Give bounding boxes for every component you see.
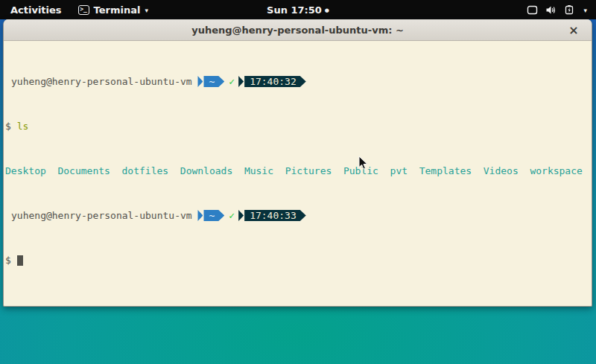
prompt-line: yuheng@henry-personal-ubuntu-vm ~✓17:40:… (5, 76, 590, 87)
command-line: $ ls (5, 121, 590, 132)
clock-button[interactable]: Sun 17:50 ● (267, 4, 329, 16)
prompt-time-segment: 17:40:33 (244, 210, 306, 221)
chevron-down-icon: ▾ (583, 7, 587, 14)
input-line[interactable]: $ (5, 255, 590, 266)
prompt-path-segment: ~ (203, 76, 224, 87)
top-bar: Activities >_ Terminal ▾ Sun 17:50 ● (0, 0, 596, 19)
screen-icon (527, 5, 538, 15)
prompt-user-host: yuheng@henry-personal-ubuntu-vm (11, 210, 192, 221)
chevron-down-icon: ▾ (145, 7, 148, 14)
powerline-arrow-icon (238, 76, 244, 87)
terminal-content[interactable]: yuheng@henry-personal-ubuntu-vm ~✓17:40:… (4, 41, 592, 306)
activities-label: Activities (10, 4, 62, 16)
ls-output: Desktop Documents dotfiles Downloads Mus… (5, 165, 590, 176)
activities-button[interactable]: Activities (7, 0, 65, 19)
window-titlebar[interactable]: yuheng@henry-personal-ubuntu-vm: ~ × (4, 19, 592, 41)
terminal-cursor (17, 255, 23, 266)
terminal-window: yuheng@henry-personal-ubuntu-vm: ~ × yuh… (3, 19, 592, 307)
prompt-user-host: yuheng@henry-personal-ubuntu-vm (11, 76, 192, 87)
check-icon: ✓ (224, 210, 238, 221)
volume-icon (545, 5, 557, 15)
terminal-icon: >_ (78, 5, 89, 15)
app-menu-label: Terminal (94, 4, 141, 16)
powerline-arrow-icon (197, 210, 203, 221)
powerline-arrow-icon (197, 76, 203, 87)
window-title: yuheng@henry-personal-ubuntu-vm: ~ (4, 25, 592, 36)
command-text: ls (17, 121, 29, 132)
close-button[interactable]: × (565, 19, 583, 41)
battery-charging-icon (564, 5, 576, 15)
prompt-symbol: $ (5, 255, 17, 266)
app-menu-terminal[interactable]: >_ Terminal ▾ (75, 0, 151, 19)
prompt-time-segment: 17:40:32 (244, 76, 306, 87)
powerline-arrow-icon (238, 210, 244, 221)
clock-label: Sun 17:50 (267, 4, 322, 16)
check-icon: ✓ (224, 76, 238, 87)
prompt-path-segment: ~ (203, 210, 224, 221)
prompt-line: yuheng@henry-personal-ubuntu-vm ~✓17:40:… (5, 210, 590, 221)
system-tray[interactable]: ▾ (527, 5, 596, 15)
prompt-symbol: $ (5, 121, 17, 132)
notification-dot-icon: ● (325, 8, 329, 13)
